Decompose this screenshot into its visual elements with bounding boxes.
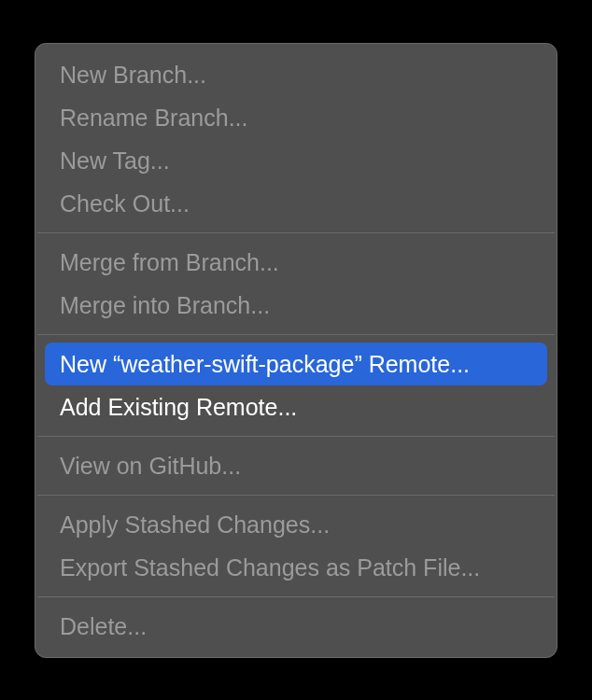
menu-item-delete: Delete...: [35, 605, 557, 648]
menu-separator: [37, 495, 555, 496]
menu-item-new-branch: New Branch...: [35, 53, 557, 96]
menu-separator: [37, 436, 555, 437]
menu-item-rename-branch: Rename Branch...: [35, 96, 557, 139]
menu-item-merge-into-branch: Merge into Branch...: [35, 284, 557, 327]
context-menu: New Branch...Rename Branch...New Tag...C…: [35, 43, 557, 658]
menu-item-export-stashed-changes: Export Stashed Changes as Patch File...: [35, 546, 557, 589]
menu-item-apply-stashed-changes: Apply Stashed Changes...: [35, 503, 557, 546]
menu-item-view-on-github: View on GitHub...: [35, 444, 557, 487]
menu-separator: [37, 334, 555, 335]
menu-separator: [37, 232, 555, 233]
menu-separator: [37, 596, 555, 597]
menu-item-new-remote[interactable]: New “weather-swift-package” Remote...: [45, 343, 547, 385]
menu-item-merge-from-branch: Merge from Branch...: [35, 241, 557, 284]
menu-item-add-existing-remote[interactable]: Add Existing Remote...: [35, 385, 557, 428]
menu-item-new-tag: New Tag...: [35, 139, 557, 182]
menu-item-check-out: Check Out...: [35, 182, 557, 225]
